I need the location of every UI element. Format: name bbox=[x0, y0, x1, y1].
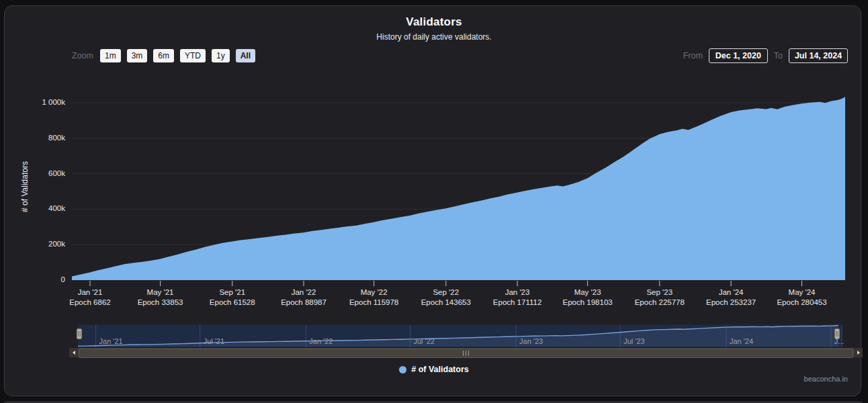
scrollbar-grip-icon bbox=[463, 351, 470, 356]
x-axis-tick-label: May '24Epoch 280453 bbox=[755, 287, 849, 307]
zoom-button-1m[interactable]: 1m bbox=[100, 49, 121, 62]
zoom-button-1y[interactable]: 1y bbox=[212, 49, 230, 62]
legend-item-validators[interactable]: # of Validators bbox=[0, 365, 868, 374]
navigator-tick-label: Jul '23 bbox=[623, 337, 644, 345]
navigator-scrollbar[interactable] bbox=[69, 348, 863, 357]
credit-link[interactable]: beaconcha.in bbox=[804, 375, 848, 383]
y-axis-tick-label: 600k bbox=[20, 169, 65, 177]
from-label: From bbox=[683, 51, 703, 60]
to-date-input[interactable] bbox=[789, 48, 848, 63]
navigator-tick-label: Jan '24 bbox=[730, 337, 753, 345]
from-date-input[interactable] bbox=[709, 48, 768, 63]
zoom-button-ytd[interactable]: YTD bbox=[180, 49, 206, 62]
navigator-tick-label: Jul '22 bbox=[413, 337, 434, 345]
legend-label: # of Validators bbox=[411, 365, 468, 374]
zoom-button-6m[interactable]: 6m bbox=[153, 49, 174, 62]
zoom-button-all[interactable]: All bbox=[236, 49, 255, 62]
scrollbar-right-arrow-icon[interactable] bbox=[854, 348, 863, 357]
y-axis-tick-label: 0 bbox=[20, 275, 65, 283]
zoom-button-3m[interactable]: 3m bbox=[127, 49, 148, 62]
navigator-handle-left[interactable] bbox=[77, 328, 82, 339]
zoom-label: Zoom bbox=[72, 51, 93, 60]
scrollbar-thumb[interactable] bbox=[79, 349, 853, 358]
navigator-tick-label: Jul '21 bbox=[204, 337, 224, 345]
y-axis-tick-label: 400k bbox=[20, 204, 65, 212]
y-axis-title: # of Validators bbox=[20, 133, 31, 240]
chart-subtitle: History of daily active validators. bbox=[0, 32, 868, 42]
y-axis-tick-label: 800k bbox=[20, 134, 65, 142]
to-label: To bbox=[774, 51, 783, 60]
page-title: Validators bbox=[0, 15, 868, 29]
y-axis-tick-label: 1 000k bbox=[20, 98, 65, 106]
validators-area-series bbox=[72, 97, 845, 280]
scrollbar-left-arrow-icon[interactable] bbox=[69, 348, 78, 357]
navigator-tick-label: Jan '22 bbox=[309, 337, 333, 345]
y-axis-tick-label: 200k bbox=[20, 240, 65, 248]
navigator-tick-label: Jan '21 bbox=[99, 337, 123, 345]
zoom-controls: Zoom 1m 3m 6m YTD 1y All bbox=[72, 49, 255, 62]
validators-chart: Validators History of daily active valid… bbox=[0, 0, 868, 403]
navigator-tick-label: J... bbox=[834, 337, 844, 345]
navigator-tick-label: Jan '23 bbox=[519, 337, 543, 345]
legend-marker-icon bbox=[399, 366, 406, 373]
date-range-controls: From To bbox=[683, 48, 848, 63]
